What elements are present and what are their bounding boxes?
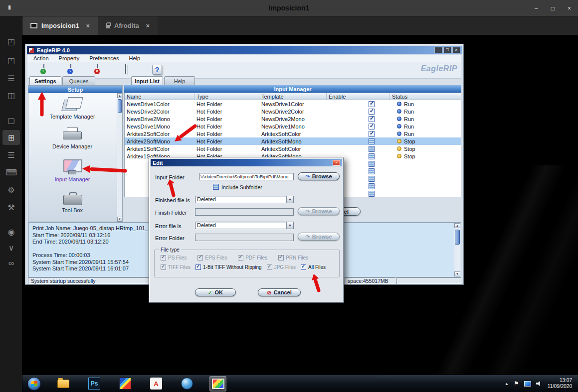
include-subfolder-checkbox[interactable] [213, 184, 219, 190]
file-type-checkbox[interactable]: ✓ PS Files [161, 255, 187, 261]
enable-checkbox[interactable] [369, 131, 375, 137]
tab-queues[interactable]: Queues [62, 76, 95, 85]
display-tray-icon[interactable] [524, 381, 531, 387]
tab-imposicion1[interactable]: Imposicion1 × [22, 16, 98, 35]
enable-checkbox[interactable] [369, 176, 375, 182]
tab-input-list[interactable]: Input List [131, 76, 163, 85]
taskbar-image-viewer[interactable] [117, 376, 134, 392]
dropdown-arrow-icon[interactable]: ▼ [286, 196, 293, 203]
menu-help[interactable]: Help [129, 55, 140, 61]
add-input-icon[interactable] [43, 64, 44, 73]
table-row[interactable]: NewsDrive1Mono Hot Folder NewsDrive1Mono… [125, 123, 461, 130]
volume-icon[interactable] [536, 381, 543, 387]
scroll-down-icon[interactable]: ▼ [117, 217, 122, 222]
eaglerip-close-icon[interactable]: × [452, 47, 460, 53]
chevron-down-icon[interactable]: ∨ [0, 240, 22, 255]
tab-close-icon[interactable]: × [146, 22, 150, 29]
taskbar-eaglerip-active[interactable] [209, 376, 226, 392]
window-panel-icon[interactable]: ◫ [0, 88, 22, 103]
tools-hammer-icon[interactable]: ⚒ [0, 200, 22, 215]
keyboard-icon[interactable]: ⌨ [0, 165, 22, 180]
link-icon[interactable]: ∞ [0, 256, 22, 271]
help-icon[interactable]: ? [152, 65, 162, 75]
minimize-icon[interactable]: – [535, 5, 538, 12]
setup-item-device-manager[interactable]: Device Manager [28, 128, 116, 149]
eaglerip-maximize-icon[interactable]: □ [443, 47, 451, 53]
start-button[interactable] [27, 377, 41, 391]
table-row[interactable]: Arkitex2SoftMono Hot Folder ArkitexSoftM… [125, 137, 461, 145]
selection-box-icon[interactable]: ▢ [0, 113, 22, 128]
file-type-checkbox[interactable]: ✓ PDF Files [238, 255, 267, 261]
camera-icon[interactable]: ◉ [0, 224, 22, 239]
enable-checkbox[interactable] [369, 124, 375, 130]
status-scrollbar[interactable]: ▲ ▼ [454, 223, 460, 276]
taskbar-pdf-reader[interactable]: A [148, 376, 165, 392]
file-type-checkbox[interactable]: ✓ TIFF Files [161, 264, 191, 270]
cancel-button[interactable]: ⊘ Cancel [258, 288, 301, 296]
scroll-thumb[interactable] [455, 230, 460, 245]
dialog-close-icon[interactable]: × [333, 160, 340, 166]
enable-checkbox[interactable] [369, 153, 375, 159]
enable-checkbox[interactable] [369, 161, 375, 167]
tab-help[interactable]: Help [164, 76, 195, 85]
display-grid-icon[interactable]: ⊞ [2, 130, 20, 145]
enable-checkbox[interactable] [369, 116, 375, 122]
table-row[interactable]: NewsDrive2Mono Hot Folder NewsDrive2Mono… [125, 115, 461, 123]
tab-close-icon[interactable]: × [86, 22, 90, 29]
setup-item-template-manager[interactable]: Template Manager [28, 97, 116, 120]
scroll-down-icon[interactable]: ▼ [454, 271, 460, 276]
taskbar-explorer[interactable] [55, 376, 72, 392]
finished-file-select[interactable]: Deleted ▼ [195, 196, 294, 203]
maximize-icon[interactable]: □ [551, 5, 555, 12]
finish-folder-field[interactable] [195, 208, 294, 216]
file-type-checkbox[interactable]: ✓ All Files [301, 264, 326, 270]
scroll-up-icon[interactable]: ▲ [117, 93, 122, 98]
file-type-checkbox[interactable]: ✓ JPG Files [267, 264, 296, 270]
menu-lines-icon[interactable]: ☰ [0, 71, 22, 86]
col-type[interactable]: Type [194, 93, 259, 100]
table-row[interactable]: NewsDrive1Color Hot Folder NewsDrive1Col… [125, 100, 461, 108]
menu-action[interactable]: Action [33, 55, 49, 61]
enable-checkbox[interactable] [369, 138, 375, 144]
capture-region-icon[interactable]: ◰ [0, 34, 22, 49]
taskbar-photoshop[interactable]: Ps [86, 376, 103, 392]
tab-afrodita[interactable]: Afrodita × [98, 16, 158, 35]
enable-checkbox[interactable] [369, 183, 375, 189]
scroll-thumb[interactable] [118, 99, 122, 113]
enable-checkbox[interactable] [369, 146, 375, 152]
send-queue-icon[interactable] [70, 64, 71, 73]
error-file-select[interactable]: Deleted ▼ [195, 222, 294, 229]
close-icon[interactable]: × [568, 5, 571, 12]
document-icon[interactable] [125, 65, 126, 74]
input-folder-field[interactable]: \ArkitexDirector\Softproof\ToRip\Pdf\Mon… [199, 173, 294, 180]
setup-item-tool-box[interactable]: Tool Box [28, 192, 116, 213]
fullscreen-icon[interactable]: ◳ [0, 53, 22, 68]
enable-checkbox[interactable] [369, 191, 375, 197]
col-template[interactable]: Template [259, 93, 327, 100]
file-type-checkbox[interactable]: ✓ 1-Bit TIFF Without Ripping [195, 264, 262, 270]
action-center-flag-icon[interactable]: ⚑ [514, 380, 519, 387]
enable-checkbox[interactable] [369, 101, 375, 107]
col-name[interactable]: Name [125, 93, 194, 100]
col-enable[interactable]: Enable [327, 93, 390, 100]
delete-queue-icon[interactable] [97, 64, 98, 73]
file-type-checkbox[interactable]: ✓ PRN Files [278, 255, 308, 261]
tray-expand-icon[interactable]: ▲ [505, 382, 509, 386]
error-folder-field[interactable] [195, 234, 294, 241]
dropdown-arrow-icon[interactable]: ▼ [286, 222, 293, 229]
menu-property[interactable]: Property [59, 55, 80, 61]
col-status[interactable]: Status [390, 93, 461, 100]
scroll-up-icon[interactable]: ▲ [454, 223, 460, 228]
browse-input-folder-button[interactable]: ↷ Browse [298, 172, 340, 180]
setup-scrollbar[interactable]: ▲ ▼ [117, 93, 122, 222]
enable-checkbox[interactable] [369, 168, 375, 174]
clock[interactable]: 13:07 11/09/2020 [548, 378, 572, 390]
list-lines-icon[interactable]: ☰ [0, 147, 22, 162]
menu-preferences[interactable]: Preferences [89, 55, 119, 61]
table-row[interactable]: Arkitex1SoftColor Hot Folder ArkitexSoft… [125, 145, 461, 152]
eaglerip-minimize-icon[interactable]: – [434, 47, 442, 53]
eaglerip-titlebar[interactable]: EagleRIP 4.0 – □ × [27, 46, 462, 54]
edit-dialog-titlebar[interactable]: Edit × [151, 159, 342, 166]
settings-gear-icon[interactable]: ⚙ [0, 182, 22, 197]
setup-item-input-manager[interactable]: Input Manager [28, 159, 116, 182]
